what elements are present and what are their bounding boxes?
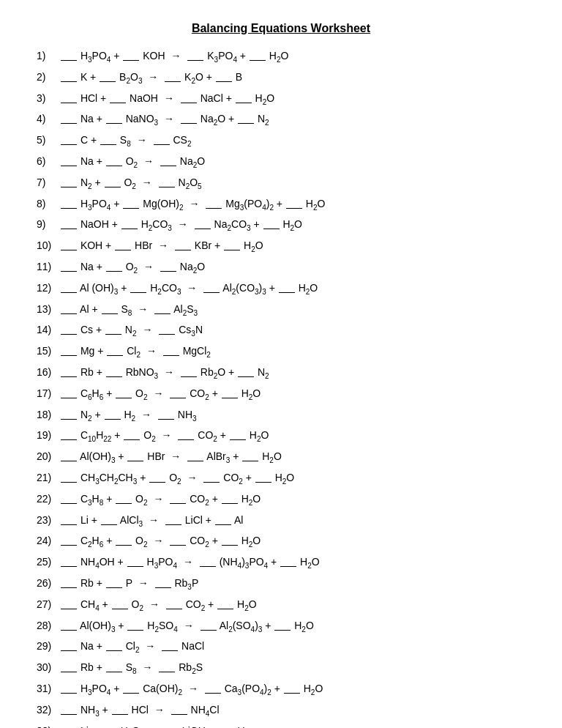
eq-content: C10H22 + O2 → CO2 + H2O xyxy=(60,428,269,445)
blank xyxy=(106,376,122,377)
blank xyxy=(107,355,123,356)
blank xyxy=(61,355,77,356)
blank xyxy=(224,250,240,250)
blank xyxy=(61,650,77,651)
eq-number: 2) xyxy=(37,70,60,85)
eq-content: Na + Cl2 → NaCl xyxy=(60,639,204,655)
eq-number: 16) xyxy=(37,365,60,380)
blank xyxy=(155,587,171,588)
equation-row-16: 16) Rb + RbNO3 → Rb2O + N2 xyxy=(37,365,525,382)
eq-number: 22) xyxy=(37,491,60,507)
eq-content: NaOH + H2CO3 → Na2CO3 + H2O xyxy=(60,217,302,234)
equation-row-6: 6) Na + O2 → Na2O xyxy=(37,154,525,171)
blank xyxy=(61,60,77,61)
blank xyxy=(61,103,77,103)
eq-number: 21) xyxy=(37,470,60,486)
blank xyxy=(201,630,217,631)
eq-content: Mg + Cl2 → MgCl2 xyxy=(60,343,211,360)
eq-number: 18) xyxy=(37,407,60,423)
eq-content: C2H6 + O2 → CO2 + H2O xyxy=(60,533,261,550)
blank xyxy=(238,376,254,377)
eq-content: Na + O2 → Na2O xyxy=(60,154,205,171)
equation-row-5: 5) C + S8 → CS2 xyxy=(37,133,525,149)
equation-row-18: 18) N2 + H2 → NH3 xyxy=(37,407,525,424)
equation-row-23: 23) Li + AlCl3 → LiCl + Al xyxy=(37,513,525,530)
eq-number: 10) xyxy=(37,238,60,253)
equation-row-32: 32) NH3 + HCl → NH4Cl xyxy=(37,702,525,719)
equation-row-9: 9) NaOH + H2CO3 → Na2CO3 + H2O xyxy=(37,217,525,234)
blank xyxy=(61,187,77,187)
eq-number: 33) xyxy=(37,724,60,729)
blank xyxy=(61,398,77,398)
eq-content: Rb + P → Rb3P xyxy=(60,576,198,593)
blank xyxy=(61,376,77,377)
eq-number: 23) xyxy=(37,513,60,528)
blank xyxy=(61,229,77,229)
blank xyxy=(200,566,216,567)
blank xyxy=(61,609,77,609)
eq-number: 30) xyxy=(37,660,60,675)
eq-content: C + S8 → CS2 xyxy=(60,133,191,149)
blank xyxy=(187,461,203,461)
blank xyxy=(106,271,122,272)
eq-number: 15) xyxy=(37,343,60,359)
blank xyxy=(159,187,175,187)
blank xyxy=(106,587,122,588)
blank xyxy=(280,566,296,567)
blank xyxy=(112,714,128,715)
blank xyxy=(203,482,220,483)
blank xyxy=(181,123,197,124)
eq-number: 26) xyxy=(37,576,60,591)
blank xyxy=(61,693,77,694)
blank xyxy=(178,439,194,440)
blank xyxy=(61,672,77,672)
eq-content: N2 + O2 → N2O5 xyxy=(60,175,202,192)
blank xyxy=(61,144,77,145)
blank xyxy=(105,334,121,335)
blank xyxy=(215,524,231,525)
page-title: Balancing Equations Worksheet xyxy=(37,22,525,35)
eq-content: KOH + HBr → KBr + H2O xyxy=(60,238,263,255)
equation-row-33: 33) Li + H2O → LiOH + H2 xyxy=(37,724,525,729)
eq-content: Na + NaNO3 → Na2O + N2 xyxy=(60,111,269,128)
blank xyxy=(181,103,197,103)
blank xyxy=(165,524,181,525)
blank xyxy=(115,250,131,250)
blank xyxy=(127,630,143,631)
eq-content: H3PO4 + Ca(OH)2 → Ca3(PO4)2 + H2O xyxy=(60,681,323,698)
blank xyxy=(217,609,233,609)
eq-content: Li + H2O → LiOH + H2 xyxy=(60,724,249,729)
equation-row-22: 22) C3H8 + O2 → CO2 + H2O xyxy=(37,491,525,508)
blank xyxy=(187,60,203,61)
equation-row-8: 8) H3PO4 + Mg(OH)2 → Mg3(PO4)2 + H2O xyxy=(37,196,525,213)
eq-number: 3) xyxy=(37,91,60,106)
blank xyxy=(181,376,197,377)
blank xyxy=(61,166,77,166)
equation-row-14: 14) Cs + N2 → Cs3N xyxy=(37,322,525,339)
equation-row-26: 26) Rb + P → Rb3P xyxy=(37,576,525,593)
eq-content: CH3CH2CH3 + O2 → CO2 + H2O xyxy=(60,470,294,487)
eq-content: Al(OH)3 + H2SO4 → Al2(SO4)3 + H2O xyxy=(60,618,314,635)
eq-number: 1) xyxy=(37,48,60,64)
eq-content: Al + S8 → Al2S3 xyxy=(60,302,198,319)
blank xyxy=(236,103,252,103)
equation-row-1: 1) H3PO4 + KOH → K3PO4 + H2O xyxy=(37,48,525,65)
equation-row-21: 21) CH3CH2CH3 + O2 → CO2 + H2O xyxy=(37,470,525,487)
eq-number: 7) xyxy=(37,175,60,190)
blank xyxy=(170,503,186,504)
blank xyxy=(61,419,77,420)
eq-number: 27) xyxy=(37,597,60,612)
blank xyxy=(230,439,246,440)
blank xyxy=(61,208,77,209)
eq-content: NH3 + HCl → NH4Cl xyxy=(60,702,220,719)
blank xyxy=(61,630,77,631)
eq-content: H3PO4 + KOH → K3PO4 + H2O xyxy=(60,48,288,65)
eq-content: Cs + N2 → Cs3N xyxy=(60,322,203,339)
blank xyxy=(170,398,186,398)
eq-content: Al(OH)3 + HBr → AlBr3 + H2O xyxy=(60,449,282,466)
blank xyxy=(116,398,132,398)
blank xyxy=(166,609,182,609)
blank xyxy=(61,271,77,272)
blank xyxy=(61,313,77,314)
blank xyxy=(61,566,77,567)
